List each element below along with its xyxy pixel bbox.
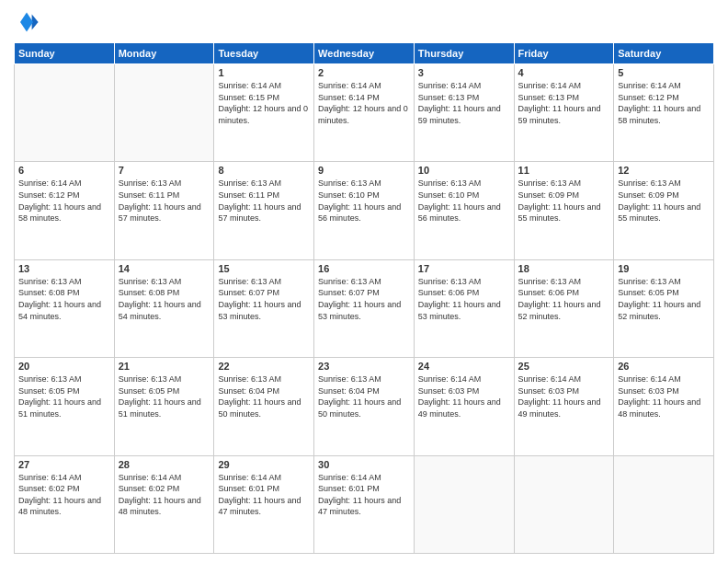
day-info: Sunrise: 6:14 AM Sunset: 6:03 PM Dayligh… [518,373,610,419]
day-info: Sunrise: 6:14 AM Sunset: 6:02 PM Dayligh… [119,472,210,518]
day-info: Sunrise: 6:13 AM Sunset: 6:07 PM Dayligh… [318,276,410,322]
calendar-cell: 6Sunrise: 6:14 AM Sunset: 6:12 PM Daylig… [15,162,115,259]
svg-marker-1 [20,13,33,32]
day-info: Sunrise: 6:13 AM Sunset: 6:05 PM Dayligh… [618,276,710,322]
calendar-week-row: 27Sunrise: 6:14 AM Sunset: 6:02 PM Dayli… [15,455,714,553]
calendar-cell: 21Sunrise: 6:13 AM Sunset: 6:05 PM Dayli… [114,358,214,455]
days-of-week-row: SundayMondayTuesdayWednesdayThursdayFrid… [15,43,714,64]
day-info: Sunrise: 6:13 AM Sunset: 6:04 PM Dayligh… [218,373,310,419]
day-info: Sunrise: 6:14 AM Sunset: 6:03 PM Dayligh… [418,373,510,419]
day-number: 6 [18,165,110,176]
day-info: Sunrise: 6:13 AM Sunset: 6:09 PM Dayligh… [618,178,710,224]
day-number: 18 [518,263,610,274]
day-number: 27 [18,459,110,470]
day-of-week-header: Wednesday [314,43,415,64]
day-info: Sunrise: 6:14 AM Sunset: 6:12 PM Dayligh… [18,178,110,224]
logo-icon [14,9,40,35]
calendar-cell: 11Sunrise: 6:13 AM Sunset: 6:09 PM Dayli… [514,162,614,259]
day-info: Sunrise: 6:13 AM Sunset: 6:11 PM Dayligh… [119,178,210,224]
calendar-table: SundayMondayTuesdayWednesdayThursdayFrid… [14,42,714,554]
calendar-cell: 20Sunrise: 6:13 AM Sunset: 6:05 PM Dayli… [15,358,115,455]
day-number: 23 [318,361,410,372]
day-of-week-header: Thursday [414,43,514,64]
calendar-cell: 23Sunrise: 6:13 AM Sunset: 6:04 PM Dayli… [314,358,415,455]
day-number: 4 [518,67,610,78]
day-number: 9 [318,165,410,176]
calendar-header: SundayMondayTuesdayWednesdayThursdayFrid… [15,43,714,64]
day-number: 25 [518,361,610,372]
day-number: 29 [218,459,310,470]
calendar-cell [614,455,714,553]
day-number: 13 [18,263,110,274]
calendar-cell: 10Sunrise: 6:13 AM Sunset: 6:10 PM Dayli… [414,162,514,259]
day-number: 30 [318,459,410,470]
day-of-week-header: Monday [114,43,214,64]
page: SundayMondayTuesdayWednesdayThursdayFrid… [0,0,728,563]
day-info: Sunrise: 6:13 AM Sunset: 6:10 PM Dayligh… [418,178,510,224]
calendar-week-row: 1Sunrise: 6:14 AM Sunset: 6:15 PM Daylig… [15,64,714,162]
calendar-cell: 8Sunrise: 6:13 AM Sunset: 6:11 PM Daylig… [214,162,314,259]
day-info: Sunrise: 6:14 AM Sunset: 6:13 PM Dayligh… [518,80,610,126]
calendar-cell: 3Sunrise: 6:14 AM Sunset: 6:13 PM Daylig… [414,64,514,162]
day-info: Sunrise: 6:13 AM Sunset: 6:07 PM Dayligh… [218,276,310,322]
day-info: Sunrise: 6:14 AM Sunset: 6:15 PM Dayligh… [218,80,310,126]
day-info: Sunrise: 6:13 AM Sunset: 6:11 PM Dayligh… [218,178,310,224]
day-number: 11 [518,165,610,176]
calendar-cell [15,64,115,162]
calendar-cell: 24Sunrise: 6:14 AM Sunset: 6:03 PM Dayli… [414,358,514,455]
calendar-cell: 7Sunrise: 6:13 AM Sunset: 6:11 PM Daylig… [114,162,214,259]
calendar-cell: 30Sunrise: 6:14 AM Sunset: 6:01 PM Dayli… [314,455,415,553]
calendar-week-row: 20Sunrise: 6:13 AM Sunset: 6:05 PM Dayli… [15,358,714,455]
day-number: 1 [218,67,310,78]
calendar-cell: 13Sunrise: 6:13 AM Sunset: 6:08 PM Dayli… [15,259,115,357]
day-info: Sunrise: 6:14 AM Sunset: 6:01 PM Dayligh… [318,472,410,518]
calendar-cell: 26Sunrise: 6:14 AM Sunset: 6:03 PM Dayli… [614,358,714,455]
day-info: Sunrise: 6:13 AM Sunset: 6:05 PM Dayligh… [18,373,110,419]
calendar-cell: 9Sunrise: 6:13 AM Sunset: 6:10 PM Daylig… [314,162,415,259]
calendar-cell: 12Sunrise: 6:13 AM Sunset: 6:09 PM Dayli… [614,162,714,259]
day-of-week-header: Tuesday [214,43,314,64]
day-info: Sunrise: 6:13 AM Sunset: 6:06 PM Dayligh… [418,276,510,322]
day-number: 10 [418,165,510,176]
calendar-cell: 18Sunrise: 6:13 AM Sunset: 6:06 PM Dayli… [514,259,614,357]
calendar-cell [514,455,614,553]
day-number: 17 [418,263,510,274]
day-number: 26 [618,361,710,372]
day-info: Sunrise: 6:14 AM Sunset: 6:12 PM Dayligh… [618,80,710,126]
logo [14,9,43,35]
calendar-cell: 2Sunrise: 6:14 AM Sunset: 6:14 PM Daylig… [314,64,415,162]
calendar-cell [114,64,214,162]
day-info: Sunrise: 6:14 AM Sunset: 6:03 PM Dayligh… [618,373,710,419]
day-number: 2 [318,67,410,78]
day-info: Sunrise: 6:13 AM Sunset: 6:08 PM Dayligh… [18,276,110,322]
day-number: 15 [218,263,310,274]
calendar-cell [414,455,514,553]
day-number: 8 [218,165,310,176]
day-info: Sunrise: 6:14 AM Sunset: 6:01 PM Dayligh… [218,472,310,518]
calendar-cell: 22Sunrise: 6:13 AM Sunset: 6:04 PM Dayli… [214,358,314,455]
day-number: 16 [318,263,410,274]
day-number: 24 [418,361,510,372]
day-number: 14 [119,263,210,274]
header [14,9,714,35]
calendar-cell: 28Sunrise: 6:14 AM Sunset: 6:02 PM Dayli… [114,455,214,553]
day-number: 22 [218,361,310,372]
calendar-cell: 19Sunrise: 6:13 AM Sunset: 6:05 PM Dayli… [614,259,714,357]
day-number: 21 [119,361,210,372]
calendar-cell: 16Sunrise: 6:13 AM Sunset: 6:07 PM Dayli… [314,259,415,357]
day-info: Sunrise: 6:13 AM Sunset: 6:09 PM Dayligh… [518,178,610,224]
day-info: Sunrise: 6:13 AM Sunset: 6:05 PM Dayligh… [119,373,210,419]
day-number: 5 [618,67,710,78]
day-info: Sunrise: 6:14 AM Sunset: 6:13 PM Dayligh… [418,80,510,126]
day-number: 20 [18,361,110,372]
day-info: Sunrise: 6:13 AM Sunset: 6:08 PM Dayligh… [119,276,210,322]
day-number: 3 [418,67,510,78]
calendar-cell: 25Sunrise: 6:14 AM Sunset: 6:03 PM Dayli… [514,358,614,455]
calendar-week-row: 13Sunrise: 6:13 AM Sunset: 6:08 PM Dayli… [15,259,714,357]
day-number: 12 [618,165,710,176]
calendar-cell: 27Sunrise: 6:14 AM Sunset: 6:02 PM Dayli… [15,455,115,553]
day-info: Sunrise: 6:13 AM Sunset: 6:10 PM Dayligh… [318,178,410,224]
calendar-cell: 14Sunrise: 6:13 AM Sunset: 6:08 PM Dayli… [114,259,214,357]
calendar-cell: 4Sunrise: 6:14 AM Sunset: 6:13 PM Daylig… [514,64,614,162]
day-number: 7 [119,165,210,176]
